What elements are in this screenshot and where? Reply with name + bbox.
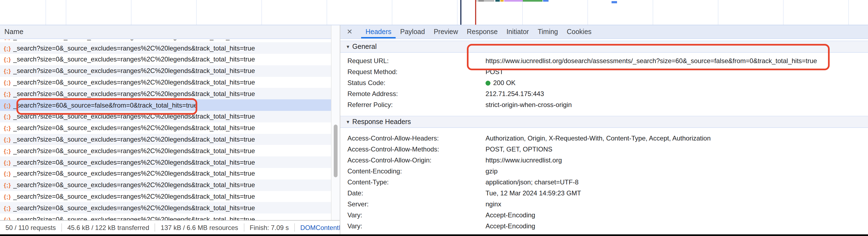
status-item: 137 kB / 6.6 MB resources [155,224,244,231]
request-row[interactable]: {;}_search?size=0&_source_excludes=range… [0,54,331,65]
status-domcontentloaded: DOMContentL [295,224,340,231]
request-row[interactable]: {;}_search?size=0&_source_excludes=range… [0,191,331,202]
request-row[interactable]: {;}_search?size=0&_source_excludes=range… [0,77,331,88]
general-fields: Request URL:https://www.iucnredlist.org/… [340,53,868,117]
json-icon: {;} [3,159,11,165]
bottom-edge-strip [0,234,868,236]
response-header-row: Server:nginx [340,199,868,210]
request-row[interactable]: {;}_search?size=0&_source_excludes=range… [0,43,331,54]
tab-cookies[interactable]: Cookies [562,25,596,38]
request-name: _search?size=0&_source_excludes=ranges%2… [13,56,255,63]
response-header-value: Accept-Encoding [486,211,535,219]
scrollbar-thumb[interactable] [334,125,338,177]
request-row[interactable]: {;}_search?size=0&_source_excludes=range… [0,134,331,145]
request-name: _search?size=0&_source_excludes=ranges%2… [13,78,255,86]
request-row[interactable]: {;}_search?size=0&_source_excludes=range… [0,145,331,157]
response-header-name: Content-Type: [340,178,486,186]
disclosure-triangle-icon: ▼ [346,120,350,124]
status-item: Finish: 7.09 s [244,224,294,231]
json-icon: {;} [3,148,11,154]
request-row[interactable]: {;}_search?size=0&_source_excludes=range… [0,168,331,180]
general-section-header[interactable]: ▼ General [340,41,868,53]
response-header-row: Vary:Accept-Encoding [340,220,868,232]
request-name: _search?size=60&_source=false&from=0&tra… [13,101,197,109]
response-header-value: application/json; charset=UTF-8 [486,178,579,186]
response-header-value: https://www.iucnredlist.org [486,156,562,164]
request-name: _search?size=0&_source_excludes=ranges%2… [13,67,255,75]
tab-timing[interactable]: Timing [533,25,562,38]
overview-resource-bar [478,0,484,2]
tab-initiator[interactable]: Initiator [502,25,533,38]
response-header-fields: Access-Control-Allow-Headers:Authorizati… [340,128,868,236]
general-field-name: Referrer Policy: [340,101,486,109]
response-header-name: Date: [340,189,486,197]
request-name: _search?size=0&_source_excludes=ranges%2… [13,181,255,189]
request-name: _search?size=0&_source_excludes=ranges%2… [13,113,255,121]
disclosure-triangle-icon: ▼ [346,44,350,49]
response-header-value: POST, GET, OPTIONS [486,146,552,153]
load-event-marker [475,0,476,25]
overview-resource-bar [612,1,617,3]
request-row[interactable]: {;}_search?size=0&_source_excludes=range… [0,157,331,168]
json-icon: {;} [3,45,11,51]
json-icon: {;} [3,136,11,143]
request-list-scrollbar[interactable] [331,25,340,220]
response-header-name: Vary: [340,211,486,219]
response-header-name: Content-Encoding: [340,167,486,175]
network-status-bar: 50 / 110 requests45.6 kB / 122 kB transf… [0,220,340,234]
response-header-row: Vary:Accept-Encoding [340,210,868,220]
request-name: _search?size=0&_source_excludes=ranges%2… [13,136,255,143]
general-field-row: Request URL:https://www.iucnredlist.org/… [340,55,868,67]
response-header-row: Access-Control-Allow-Methods:POST, GET, … [340,144,868,155]
request-name: _search?size=0&_source_excludes=ranges%2… [13,40,255,41]
response-header-row: Date:Tue, 12 Mar 2024 14:59:23 GMT [340,188,868,199]
general-field-row: Request Method:POST [340,67,868,77]
request-row[interactable]: {;}_search?size=0&_source_excludes=range… [0,180,331,191]
request-name: _search?size=0&_source_excludes=ranges%2… [13,44,255,52]
request-row[interactable]: {;}_search?size=0&_source_excludes=range… [0,202,331,214]
request-row[interactable]: {;}_search?size=0&_source_excludes=range… [0,111,331,123]
response-header-name: Access-Control-Allow-Origin: [340,156,486,164]
overview-resource-bar [523,0,542,2]
general-field-name: Status Code: [340,79,486,87]
devtools-network-panel: Name {;}_search?size=0&_source_excludes=… [0,0,868,236]
close-icon[interactable]: ✕ [345,25,354,38]
request-name: _search?size=0&_source_excludes=ranges%2… [13,204,255,212]
tab-payload[interactable]: Payload [396,25,429,38]
general-field-name: Request Method: [340,68,486,76]
json-icon: {;} [3,182,11,188]
json-icon: {;} [3,79,11,86]
request-row[interactable]: {;}_search?size=0&_source_excludes=range… [0,123,331,134]
overview-resource-bar [500,0,504,2]
json-icon: {;} [3,102,11,108]
overview-resource-bar [495,0,500,2]
request-row[interactable]: {;}_search?size=0&_source_excludes=range… [0,88,331,100]
response-header-row: Access-Control-Allow-Headers:Authorizati… [340,133,868,144]
response-header-row: Content-Encoding:gzip [340,166,868,177]
request-row[interactable]: {;}_search?size=0&_source_excludes=range… [0,214,331,220]
status-item: 50 / 110 requests [0,224,61,231]
request-name: _search?size=0&_source_excludes=ranges%2… [13,170,255,178]
network-overview-timeline[interactable] [0,0,868,25]
request-row[interactable]: {;}_search?size=0&_source_excludes=range… [0,40,331,43]
general-field-row: Referrer Policy:strict-origin-when-cross… [340,99,868,110]
request-row[interactable]: {;}_search?size=60&_source=false&from=0&… [0,100,331,111]
json-icon: {;} [3,113,11,120]
name-column-header[interactable]: Name [0,25,331,39]
response-header-row: Content-Type:application/json; charset=U… [340,177,868,188]
request-name: _search?size=0&_source_excludes=ranges%2… [13,193,255,200]
request-row[interactable]: {;}_search?size=0&_source_excludes=range… [0,65,331,77]
json-icon: {;} [3,40,11,40]
overview-resource-bar [484,0,494,2]
general-field-value: 200 OK [486,79,516,87]
general-field-name: Request URL: [340,57,486,65]
response-header-value: Accept-Encoding [486,222,535,230]
json-icon: {;} [3,90,11,97]
tab-headers[interactable]: Headers [361,25,396,38]
details-tab-bar: ✕ HeadersPayloadPreviewResponseInitiator… [340,25,868,39]
request-name: _search?size=0&_source_excludes=ranges%2… [13,147,255,155]
response-headers-section-header[interactable]: ▼ Response Headers [340,116,868,128]
tab-response[interactable]: Response [463,25,502,38]
tab-preview[interactable]: Preview [429,25,463,38]
request-list: {;}_search?size=0&_source_excludes=range… [0,40,331,220]
